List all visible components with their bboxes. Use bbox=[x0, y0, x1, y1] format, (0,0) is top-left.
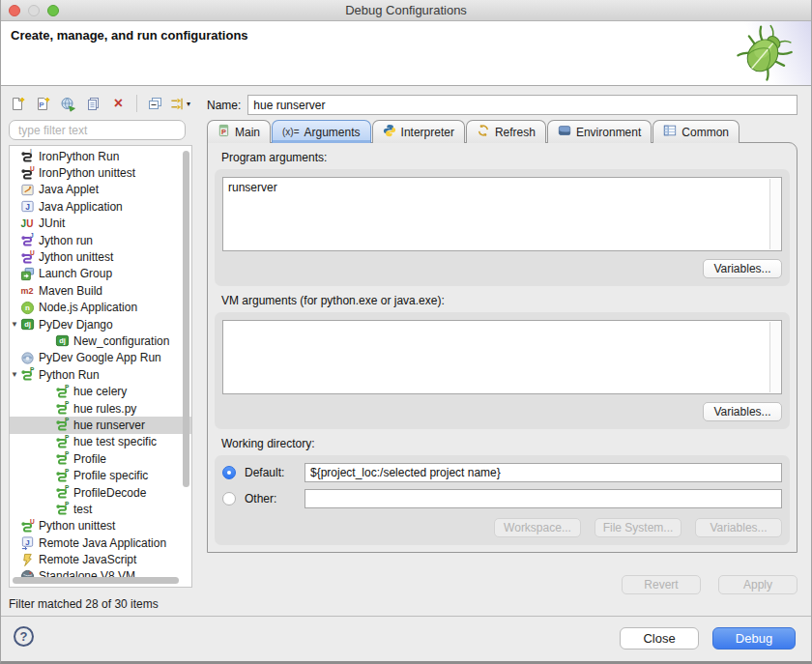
filter-input[interactable] bbox=[9, 120, 186, 140]
textarea-scrollbar[interactable] bbox=[769, 179, 780, 249]
main-tab-icon: P bbox=[218, 124, 230, 140]
tree-item[interactable]: PProfileDecode bbox=[10, 484, 191, 501]
new-prototype-button[interactable]: P bbox=[33, 94, 53, 114]
default-radio[interactable] bbox=[222, 466, 236, 479]
tree-item[interactable]: JJython run bbox=[10, 232, 191, 248]
configuration-tabs: PMain(x)=ArgumentsInterpreterRefreshEnvi… bbox=[207, 119, 798, 143]
tree-vertical-scrollbar[interactable] bbox=[183, 151, 189, 487]
svg-text:I: I bbox=[29, 149, 31, 155]
python-run-icon: P bbox=[54, 469, 70, 483]
jython-unittest-icon: U bbox=[19, 250, 35, 265]
tree-item-label: PyDev Django bbox=[39, 318, 113, 332]
tree-horizontal-scrollbar[interactable] bbox=[13, 577, 179, 584]
tree-item[interactable]: UPython unittest bbox=[10, 518, 191, 534]
tree-item[interactable]: nNode.js Application bbox=[10, 300, 191, 316]
tree-item[interactable]: ▼ PPython Run bbox=[10, 366, 191, 383]
expander-icon[interactable]: ▼ bbox=[10, 320, 19, 329]
python-run-icon: P bbox=[54, 502, 70, 516]
tree-item[interactable]: Phue celery bbox=[10, 383, 191, 399]
textarea-scrollbar[interactable] bbox=[769, 322, 780, 392]
tree-item-label: hue test specific bbox=[73, 435, 157, 448]
new-configuration-button[interactable] bbox=[8, 94, 28, 114]
tree-item-label: ProfileDecode bbox=[73, 486, 146, 500]
tree-item-label: Java Applet bbox=[39, 183, 99, 196]
sidebar-toolbar: P×▾ bbox=[8, 93, 190, 114]
tree-item[interactable]: JUJUnit bbox=[10, 216, 191, 232]
tree-item-label: Python unittest bbox=[39, 519, 115, 533]
tree-item[interactable]: PProfile bbox=[10, 450, 191, 467]
tab-common[interactable]: Common bbox=[652, 120, 740, 143]
tab-main[interactable]: PMain bbox=[207, 120, 271, 143]
tree-item[interactable]: JJava Application bbox=[10, 198, 191, 215]
tab-refresh[interactable]: Refresh bbox=[466, 120, 546, 143]
svg-text:J: J bbox=[25, 538, 29, 547]
tree-item[interactable]: IIronPython Run bbox=[10, 148, 191, 164]
arguments-tab-panel: Program arguments: runserver Variables..… bbox=[207, 142, 798, 553]
tab-environment[interactable]: Environment bbox=[547, 120, 652, 143]
tree-item-label: hue rules.py bbox=[73, 402, 136, 416]
other-directory-input[interactable] bbox=[304, 489, 782, 508]
environment-tab-icon bbox=[558, 124, 571, 140]
tree-item[interactable]: PyDev Google App Run bbox=[10, 350, 191, 366]
tree-item-label: Launch Group bbox=[39, 267, 112, 280]
svg-text:dj: dj bbox=[59, 337, 66, 346]
tree-item[interactable]: m2Maven Build bbox=[10, 282, 191, 299]
tab-arguments[interactable]: (x)=Arguments bbox=[272, 120, 371, 143]
other-radio[interactable] bbox=[222, 492, 236, 505]
svg-text:P: P bbox=[64, 469, 69, 475]
tab-interpreter[interactable]: Interpreter bbox=[372, 120, 465, 143]
expander-icon[interactable]: ▼ bbox=[10, 370, 19, 379]
tab-label: Main bbox=[235, 126, 260, 139]
svg-text:P: P bbox=[64, 401, 69, 407]
tree-item[interactable]: ▼djPyDev Django bbox=[10, 316, 191, 332]
tree-item[interactable]: Phue rules.py bbox=[10, 400, 191, 417]
svg-text:P: P bbox=[64, 435, 69, 441]
debug-button[interactable]: Debug bbox=[712, 627, 796, 650]
filter-menu-button[interactable]: ▾ bbox=[170, 94, 190, 114]
tree-item-label: Profile specific bbox=[73, 469, 148, 482]
tree-item[interactable]: Remote JavaScript bbox=[10, 551, 191, 567]
tree-item[interactable]: Java Applet bbox=[10, 182, 191, 198]
export-configurations-button[interactable] bbox=[58, 94, 78, 114]
tree-item[interactable]: UIronPython unittest bbox=[10, 164, 191, 181]
help-button[interactable]: ? bbox=[14, 626, 34, 647]
refresh-tab-icon bbox=[477, 124, 490, 140]
zoom-window-button[interactable] bbox=[47, 5, 59, 16]
tree-item[interactable]: UJython unittest bbox=[10, 248, 191, 265]
tree-item[interactable]: Launch Group bbox=[10, 266, 191, 282]
python-run-icon: P bbox=[54, 435, 70, 449]
file-system-button: File System... bbox=[594, 518, 682, 537]
collapse-all-button[interactable] bbox=[145, 94, 165, 114]
window-title: Debug Configurations bbox=[345, 3, 467, 17]
tree-item-label: hue celery bbox=[73, 385, 127, 398]
interpreter-tab-icon bbox=[383, 124, 396, 140]
tree-item[interactable]: djNew_configuration bbox=[10, 332, 191, 349]
delete-button[interactable]: × bbox=[108, 94, 129, 114]
vm-arguments-textarea[interactable] bbox=[222, 320, 782, 394]
dialog-footer: ? Close Debug bbox=[1, 616, 811, 661]
program-arguments-variables-button[interactable]: Variables... bbox=[703, 259, 782, 278]
tree-item[interactable]: PProfile specific bbox=[10, 467, 191, 483]
svg-text:P: P bbox=[29, 367, 34, 373]
close-window-button[interactable] bbox=[9, 5, 20, 16]
arguments-tab-icon: (x)= bbox=[282, 127, 300, 137]
svg-text:U: U bbox=[29, 166, 34, 172]
vm-arguments-variables-button[interactable]: Variables... bbox=[703, 402, 782, 421]
toolbar-separator bbox=[136, 95, 137, 112]
configurations-tree[interactable]: IIronPython Run UIronPython unittestJava… bbox=[9, 145, 192, 588]
tree-item-label: PyDev Google App Run bbox=[39, 351, 161, 364]
maven-build-icon: m2 bbox=[19, 283, 35, 298]
configuration-detail-panel: Name: PMain(x)=ArgumentsInterpreterRefre… bbox=[199, 87, 811, 613]
java-applet-icon bbox=[19, 183, 35, 197]
tree-item[interactable]: Ptest bbox=[10, 501, 191, 517]
program-arguments-textarea[interactable]: runserver bbox=[222, 177, 782, 251]
tree-item[interactable]: Phue runserver bbox=[10, 417, 191, 433]
duplicate-button[interactable] bbox=[83, 94, 103, 114]
common-tab-icon bbox=[663, 124, 677, 140]
tree-item[interactable]: Phue test specific bbox=[10, 434, 191, 450]
default-directory-input[interactable] bbox=[304, 463, 782, 482]
name-input[interactable] bbox=[247, 95, 798, 115]
tree-item-label: Node.js Application bbox=[39, 301, 137, 314]
tree-item[interactable]: JRemote Java Application bbox=[10, 534, 191, 551]
close-button[interactable]: Close bbox=[620, 627, 699, 650]
